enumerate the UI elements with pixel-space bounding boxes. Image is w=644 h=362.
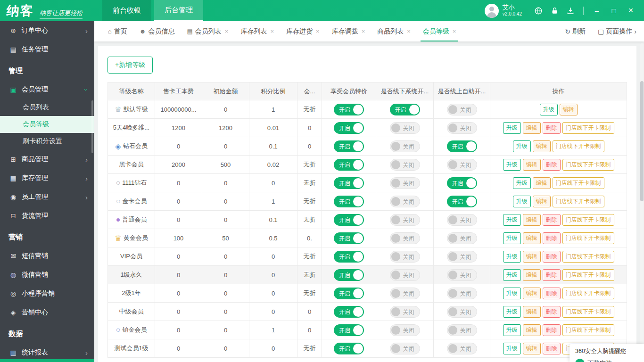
toggle-off[interactable]: 关闭 [447, 104, 477, 115]
upgrade-button[interactable]: 升级 [503, 232, 521, 244]
toggle-off[interactable]: 关闭 [447, 269, 477, 281]
edit-button[interactable]: 编辑 [523, 269, 541, 281]
upgrade-button[interactable]: 升级 [513, 196, 531, 207]
tab-2[interactable]: ▤会员列表× [181, 21, 235, 41]
upgrade-button[interactable]: 升级 [503, 306, 521, 318]
close-tab-icon[interactable]: × [270, 28, 274, 35]
edit-button[interactable]: 编辑 [523, 214, 541, 226]
delete-button[interactable]: 删除 [543, 343, 561, 354]
toggle-off[interactable]: 关闭 [390, 196, 420, 207]
toggle-on[interactable]: 开启 [334, 196, 364, 207]
toggle-on[interactable]: 开启 [334, 159, 364, 171]
limit-button[interactable]: 门店线下开卡限制 [562, 159, 614, 171]
close-tab-icon[interactable]: × [316, 28, 320, 35]
toggle-on[interactable]: 开启 [334, 140, 364, 152]
upgrade-button[interactable]: 升级 [503, 122, 521, 134]
delete-button[interactable]: 删除 [543, 122, 561, 134]
toggle-off[interactable]: 关闭 [390, 140, 420, 152]
toggle-off[interactable]: 关闭 [447, 251, 477, 263]
toggle-off[interactable]: 关闭 [447, 324, 477, 336]
edit-button[interactable]: 编辑 [523, 343, 541, 354]
sidebar-item-1[interactable]: ▤任务管理 [0, 40, 94, 59]
edit-button[interactable]: 编辑 [523, 306, 541, 318]
sidebar-item-3[interactable]: ▣会员管理› [0, 80, 94, 99]
page-scrollbar-thumb[interactable] [640, 81, 644, 201]
toggle-on[interactable]: 开启 [334, 251, 364, 263]
edit-button[interactable]: 编辑 [523, 288, 541, 299]
edit-button[interactable]: 编辑 [523, 251, 541, 263]
delete-button[interactable]: 删除 [543, 306, 561, 318]
toggle-off[interactable]: 关闭 [447, 306, 477, 318]
minimize-button[interactable]: – [588, 7, 605, 15]
edit-button[interactable]: 编辑 [533, 196, 551, 207]
toggle-on[interactable]: 开启 [447, 196, 477, 207]
limit-button[interactable]: 门店线下开卡限制 [562, 232, 614, 244]
toggle-on[interactable]: 开启 [334, 232, 364, 244]
tab-3[interactable]: 库存列表× [234, 21, 280, 41]
download-icon[interactable] [562, 7, 578, 15]
sidebar-item-9[interactable]: ◉员工管理› [0, 188, 94, 206]
close-tab-icon[interactable]: × [362, 28, 365, 35]
sidebar-item-14[interactable]: ◎小程序营销 [0, 284, 94, 303]
sidebar-item-8[interactable]: ▦库存管理› [0, 169, 94, 188]
delete-button[interactable]: 删除 [543, 159, 561, 171]
lock-icon[interactable] [546, 7, 562, 15]
upgrade-button[interactable]: 升级 [503, 343, 521, 354]
nav-front-cashier[interactable]: 前台收银 [102, 0, 151, 21]
toggle-off[interactable]: 关闭 [390, 177, 420, 189]
sidebar-item-15[interactable]: ◈营销中心 [0, 303, 94, 322]
toggle-off[interactable]: 关闭 [390, 343, 420, 354]
sidebar-scrollbar[interactable] [91, 100, 93, 153]
tab-7[interactable]: 会员等级× [417, 21, 462, 41]
nav-backend-admin[interactable]: 后台管理 [154, 0, 203, 21]
close-tab-icon[interactable]: × [407, 28, 411, 35]
limit-button[interactable]: 门店线下开卡限制 [562, 324, 614, 336]
limit-button[interactable]: 门店线下开卡限制 [553, 196, 604, 207]
toggle-off[interactable]: 关闭 [390, 269, 420, 281]
upgrade-button[interactable]: 升级 [503, 288, 521, 299]
edit-button[interactable]: 编辑 [523, 159, 541, 171]
toggle-off[interactable]: 关闭 [390, 251, 420, 263]
tab-5[interactable]: 库存调拨× [326, 21, 372, 41]
limit-button[interactable]: 门店线下开卡限制 [562, 251, 614, 263]
limit-button[interactable]: 门店线下开卡限制 [553, 140, 604, 152]
toggle-on[interactable]: 开启 [334, 177, 364, 189]
toggle-on[interactable]: 开启 [334, 104, 364, 115]
tab-0[interactable]: ⌂首页 [102, 21, 133, 41]
page-scrollbar-track[interactable] [640, 43, 644, 360]
toggle-on[interactable]: 开启 [334, 324, 364, 336]
upgrade-button[interactable]: 升级 [503, 214, 521, 226]
toggle-on[interactable]: 开启 [334, 343, 364, 354]
toggle-off[interactable]: 关闭 [447, 232, 477, 244]
limit-button[interactable]: 门店线下开卡限制 [562, 288, 614, 299]
globe-icon[interactable] [530, 7, 546, 15]
toggle-on[interactable]: 开启 [334, 214, 364, 226]
sidebar-item-5[interactable]: 会员等级 [0, 116, 94, 133]
avatar[interactable] [485, 4, 499, 18]
toggle-off[interactable]: 关闭 [390, 159, 420, 171]
edit-button[interactable]: 编辑 [523, 232, 541, 244]
upgrade-button[interactable]: 升级 [503, 324, 521, 336]
upgrade-button[interactable]: 升级 [503, 159, 521, 171]
toggle-off[interactable]: 关闭 [390, 232, 420, 244]
sidebar-item-7[interactable]: ⊞商品管理› [0, 150, 94, 169]
page-ops-button[interactable]: ▢ 页面操作 › [598, 27, 636, 36]
sidebar-item-12[interactable]: ✉短信营销 [0, 247, 94, 265]
toggle-on[interactable]: 开启 [447, 177, 477, 189]
tab-4[interactable]: 库存进货× [280, 21, 326, 41]
upgrade-button[interactable]: 升级 [503, 269, 521, 281]
delete-button[interactable]: 删除 [543, 324, 561, 336]
limit-button[interactable]: 门店线下开卡限制 [562, 214, 614, 226]
limit-button[interactable]: 门店线下开卡限制 [562, 122, 614, 134]
delete-button[interactable]: 删除 [543, 232, 561, 244]
delete-button[interactable]: 删除 [543, 214, 561, 226]
tab-6[interactable]: 商品列表× [371, 21, 417, 41]
toggle-off[interactable]: 关闭 [447, 122, 477, 134]
toggle-on[interactable]: 开启 [390, 104, 420, 115]
sidebar-item-6[interactable]: 刷卡积分设置 [0, 133, 94, 150]
toggle-off[interactable]: 关闭 [447, 159, 477, 171]
delete-button[interactable]: 删除 [543, 251, 561, 263]
add-level-button[interactable]: +新增等级 [107, 57, 153, 74]
edit-button[interactable]: 编辑 [523, 122, 541, 134]
close-tab-icon[interactable]: × [225, 28, 229, 35]
